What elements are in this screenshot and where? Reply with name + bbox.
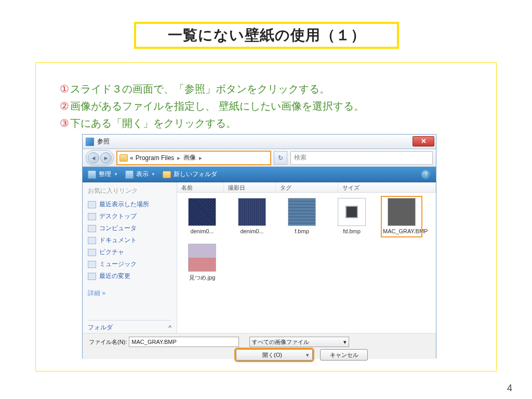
dialog-titlebar: 参照 ✕ — [83, 135, 436, 149]
sidebar-item-recent-changes[interactable]: 最近の変更 — [88, 270, 171, 282]
forward-button[interactable]: ► — [100, 152, 112, 164]
organize-menu[interactable]: 整理 ▼ — [88, 170, 118, 179]
views-icon — [125, 170, 134, 179]
chevron-down-icon: ▼ — [114, 172, 118, 177]
filetype-select[interactable]: すべての画像ファイル ▾ — [249, 337, 349, 347]
chevron-right-icon: ▸ — [198, 154, 203, 162]
address-seg-2[interactable]: 画像 — [183, 153, 196, 162]
music-icon — [88, 261, 96, 268]
sidebar-item-recent-places[interactable]: 最近表示した場所 — [88, 198, 171, 210]
filename-input[interactable]: MAC_GRAY.BMP — [129, 337, 239, 347]
dialog-toolbar: 整理 ▼ 表示 ▼ 新しいフォルダ ? — [83, 167, 436, 182]
file-thumbnail — [238, 198, 266, 226]
file-area: 名前 撮影日 タグ サイズ denim0... denim0... f.bmp — [177, 182, 436, 333]
file-item-mitsume[interactable]: 見つめ.jpg — [183, 244, 221, 282]
sidebar-header: お気に入りリンク — [88, 187, 171, 195]
dialog-body: お気に入りリンク 最近表示した場所 デスクトップ コンピュータ ドキュメント ピ… — [83, 182, 436, 333]
file-label: MAC_GRAY.BMP — [383, 228, 420, 234]
col-date[interactable]: 撮影日 — [224, 182, 276, 192]
new-folder-button[interactable]: 新しいフォルダ — [163, 170, 217, 179]
step-num: ② — [60, 98, 69, 115]
search-icon — [88, 273, 96, 280]
file-thumbnail — [338, 198, 366, 226]
sidebar-item-computer[interactable]: コンピュータ — [88, 222, 171, 234]
chevron-down-icon: ▾ — [343, 339, 347, 345]
chevron-up-icon: ^ — [168, 324, 171, 331]
nav-arrows: ◄ ► — [86, 150, 114, 166]
file-thumbnail — [288, 198, 316, 226]
sidebar-item-documents[interactable]: ドキュメント — [88, 234, 171, 246]
file-thumbnail — [388, 198, 416, 226]
column-headers: 名前 撮影日 タグ サイズ — [177, 182, 436, 193]
pictures-icon — [88, 249, 96, 256]
slide-title: 一覧にない壁紙の使用（１） — [134, 22, 399, 49]
documents-icon — [88, 237, 96, 244]
file-thumbnail — [188, 244, 216, 272]
col-name[interactable]: 名前 — [177, 182, 224, 192]
address-prefix: « — [130, 154, 134, 162]
col-tag[interactable]: タグ — [276, 182, 338, 192]
file-label: f.bmp — [283, 228, 321, 234]
computer-icon — [88, 225, 96, 232]
step-text: スライド３の画面で、「参照」ボタンをクリックする。 — [70, 81, 330, 98]
step-text: 画像があるファイルを指定し、 壁紙にしたい画像を選択する。 — [70, 98, 364, 115]
views-menu[interactable]: 表示 ▼ — [125, 170, 155, 179]
step-2: ② 画像があるファイルを指定し、 壁紙にしたい画像を選択する。 — [60, 98, 364, 115]
address-bar[interactable]: « Program Files ▸ 画像 ▸ — [117, 151, 271, 165]
instruction-steps: ① スライド３の画面で、「参照」ボタンをクリックする。 ② 画像があるファイルを… — [60, 81, 364, 132]
chevron-down-icon: ▼ — [151, 172, 155, 177]
link-icon — [88, 201, 96, 208]
file-label: 見つめ.jpg — [183, 274, 221, 282]
sidebar-item-music[interactable]: ミュージック — [88, 258, 171, 270]
dialog-nav-bar: ◄ ► « Program Files ▸ 画像 ▸ ↻ 検索 — [83, 149, 436, 167]
page-number: 4 — [507, 383, 512, 394]
sidebar-folder-toggle[interactable]: フォルダ ^ — [88, 320, 171, 332]
step-num: ① — [60, 81, 69, 98]
sidebar-item-desktop[interactable]: デスクトップ — [88, 210, 171, 222]
file-thumbnail — [188, 198, 216, 226]
file-label: fd.bmp — [333, 228, 370, 234]
step-1: ① スライド３の画面で、「参照」ボタンをクリックする。 — [60, 81, 364, 98]
back-button[interactable]: ◄ — [88, 152, 99, 164]
open-button[interactable]: 開く(O) — [236, 349, 313, 361]
file-item-fdbmp[interactable]: fd.bmp — [333, 198, 370, 235]
address-seg-1[interactable]: Program Files — [136, 154, 175, 162]
file-item-denim0-1[interactable]: denim0... — [183, 198, 221, 235]
file-item-fbmp[interactable]: f.bmp — [283, 198, 321, 235]
sidebar: お気に入りリンク 最近表示した場所 デスクトップ コンピュータ ドキュメント ピ… — [83, 182, 177, 333]
desktop-icon — [88, 213, 96, 220]
picture-icon — [86, 138, 94, 146]
filename-label: ファイル名(N): — [89, 338, 129, 346]
file-open-dialog: 参照 ✕ ◄ ► « Program Files ▸ 画像 ▸ ↻ 検索 整理 … — [82, 134, 436, 358]
search-input[interactable]: 検索 — [290, 151, 433, 165]
file-item-mac-gray[interactable]: MAC_GRAY.BMP — [383, 198, 420, 235]
dialog-title: 参照 — [97, 137, 110, 146]
step-num: ③ — [60, 115, 69, 132]
organize-icon — [88, 170, 96, 179]
folder-icon — [163, 171, 171, 178]
dialog-bottom: ファイル名(N): MAC_GRAY.BMP すべての画像ファイル ▾ 開く(O… — [83, 333, 436, 359]
file-label: denim0... — [183, 228, 221, 234]
close-button[interactable]: ✕ — [413, 136, 434, 147]
file-label: denim0... — [233, 228, 271, 234]
folder-icon — [119, 154, 128, 162]
refresh-button[interactable]: ↻ — [274, 151, 287, 165]
file-item-denim0-2[interactable]: denim0... — [233, 198, 271, 235]
step-3: ③ 下にある「開く」をクリックする。 — [60, 115, 364, 132]
step-text: 下にある「開く」をクリックする。 — [70, 115, 236, 132]
sidebar-detail-link[interactable]: 詳細 » — [88, 287, 171, 299]
col-size[interactable]: サイズ — [338, 182, 436, 192]
sidebar-item-pictures[interactable]: ピクチャ — [88, 246, 171, 258]
help-button[interactable]: ? — [421, 170, 431, 179]
file-grid: denim0... denim0... f.bmp fd.bmp MAC_GRA… — [177, 193, 436, 333]
chevron-right-icon: ▸ — [176, 154, 181, 162]
cancel-button[interactable]: キャンセル — [320, 349, 368, 361]
